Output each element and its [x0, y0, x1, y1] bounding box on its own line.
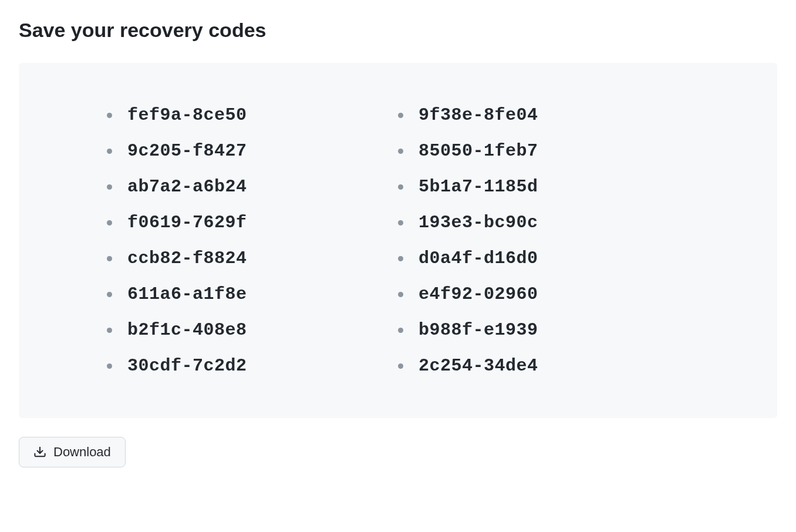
download-button-label: Download	[53, 445, 111, 460]
recovery-code-text: b988f-e1939	[419, 320, 538, 340]
bullet-icon	[107, 113, 112, 118]
recovery-code-item: b2f1c-408e8	[107, 320, 398, 340]
bullet-icon	[398, 184, 403, 190]
recovery-code-text: d0a4f-d16d0	[419, 248, 538, 268]
recovery-code-item: 9f38e-8fe04	[398, 105, 689, 125]
recovery-code-text: b2f1c-408e8	[127, 320, 247, 340]
recovery-code-item: 2c254-34de4	[398, 356, 689, 376]
recovery-code-item: 193e3-bc90c	[398, 213, 689, 233]
recovery-code-text: f0619-7629f	[127, 213, 247, 233]
bullet-icon	[398, 363, 403, 369]
bullet-icon	[107, 292, 112, 297]
recovery-code-text: e4f92-02960	[419, 284, 538, 304]
page-title: Save your recovery codes	[19, 19, 777, 42]
recovery-code-item: fef9a-8ce50	[107, 105, 398, 125]
recovery-code-text: fef9a-8ce50	[127, 105, 247, 125]
bullet-icon	[107, 220, 112, 225]
bullet-icon	[107, 256, 112, 261]
recovery-codes-column-left: fef9a-8ce50 9c205-f8427 ab7a2-a6b24 f061…	[107, 105, 398, 376]
recovery-code-text: 30cdf-7c2d2	[127, 356, 247, 376]
download-icon	[33, 446, 46, 459]
bullet-icon	[107, 184, 112, 190]
recovery-code-text: 2c254-34de4	[419, 356, 538, 376]
recovery-code-item: f0619-7629f	[107, 213, 398, 233]
recovery-code-item: ccb82-f8824	[107, 248, 398, 268]
recovery-code-item: 30cdf-7c2d2	[107, 356, 398, 376]
download-button[interactable]: Download	[19, 437, 126, 467]
recovery-code-text: 193e3-bc90c	[419, 213, 538, 233]
bullet-icon	[107, 363, 112, 369]
bullet-icon	[398, 256, 403, 261]
recovery-code-item: ab7a2-a6b24	[107, 177, 398, 197]
recovery-code-item: 9c205-f8427	[107, 141, 398, 161]
bullet-icon	[107, 149, 112, 154]
recovery-code-item: b988f-e1939	[398, 320, 689, 340]
recovery-code-text: ab7a2-a6b24	[127, 177, 247, 197]
recovery-code-item: e4f92-02960	[398, 284, 689, 304]
recovery-code-item: 85050-1feb7	[398, 141, 689, 161]
recovery-code-text: 611a6-a1f8e	[127, 284, 247, 304]
recovery-codes-column-right: 9f38e-8fe04 85050-1feb7 5b1a7-1185d 193e…	[398, 105, 689, 376]
recovery-code-text: 5b1a7-1185d	[419, 177, 538, 197]
bullet-icon	[107, 328, 112, 333]
bullet-icon	[398, 220, 403, 225]
recovery-code-item: 5b1a7-1185d	[398, 177, 689, 197]
bullet-icon	[398, 292, 403, 297]
recovery-code-item: 611a6-a1f8e	[107, 284, 398, 304]
recovery-code-text: 9c205-f8427	[127, 141, 247, 161]
recovery-code-text: ccb82-f8824	[127, 248, 247, 268]
bullet-icon	[398, 149, 403, 154]
recovery-codes-panel: fef9a-8ce50 9c205-f8427 ab7a2-a6b24 f061…	[19, 63, 777, 418]
recovery-code-item: d0a4f-d16d0	[398, 248, 689, 268]
recovery-code-text: 85050-1feb7	[419, 141, 538, 161]
recovery-code-text: 9f38e-8fe04	[419, 105, 538, 125]
bullet-icon	[398, 113, 403, 118]
bullet-icon	[398, 328, 403, 333]
recovery-codes-columns: fef9a-8ce50 9c205-f8427 ab7a2-a6b24 f061…	[107, 105, 689, 376]
